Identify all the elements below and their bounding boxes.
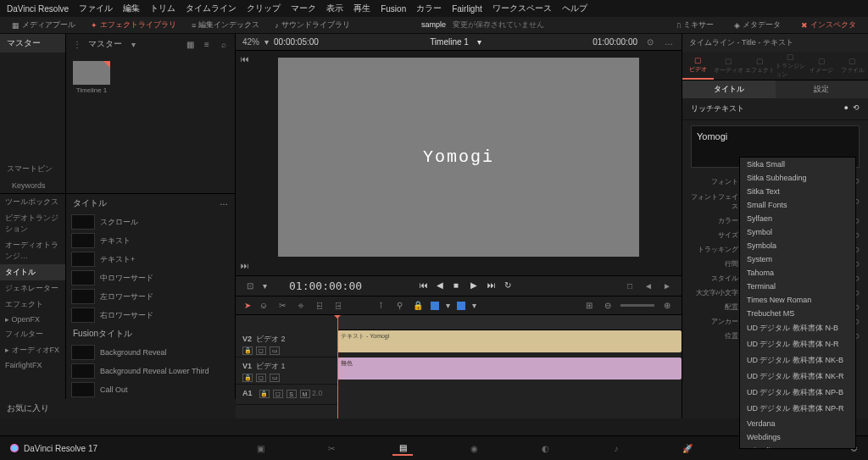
font-option[interactable]: UD デジタル 教科書体 NP-R	[740, 401, 855, 417]
keywords-bin[interactable]: Keywords	[0, 178, 65, 193]
mute-icon[interactable]: ▭	[270, 346, 280, 355]
index-icon[interactable]: ⊞	[583, 300, 595, 312]
menu-カラー[interactable]: カラー	[416, 3, 442, 14]
track-v1[interactable]: V1 ビデオ 1🔒◻▭	[236, 357, 337, 385]
zoom-in-icon[interactable]: ⊕	[661, 300, 673, 312]
auto-select-icon[interactable]: ◻	[256, 374, 266, 382]
prev-frame-icon[interactable]: ◀	[437, 280, 448, 292]
mixer-tab[interactable]: ⎍ ミキサー	[671, 19, 719, 30]
soundlib-tab[interactable]: ♪ サウンドライブラリ	[270, 19, 355, 30]
font-option[interactable]: Terminal	[740, 280, 855, 293]
page-media-icon[interactable]: ▣	[250, 441, 270, 456]
font-option[interactable]: Verdana	[740, 417, 855, 430]
menu-クリップ[interactable]: クリップ	[247, 3, 281, 14]
tree-item[interactable]: ツールボックス	[0, 194, 65, 210]
loop-icon[interactable]: ↻	[504, 280, 516, 292]
font-option[interactable]: UD デジタル 教科書体 NK-B	[740, 352, 855, 369]
grid-view-icon[interactable]: ▦	[184, 38, 196, 50]
tree-item[interactable]: タイトル	[0, 264, 65, 280]
page-fairlight-icon[interactable]: ♪	[606, 441, 626, 456]
zoom-out-icon[interactable]: ⊖	[602, 300, 614, 312]
font-option[interactable]: Symbola	[740, 239, 855, 252]
blade-tool-icon[interactable]: ✂	[276, 300, 288, 312]
font-option[interactable]: UD デジタル 教科書体 NP-B	[740, 385, 855, 401]
tree-item[interactable]: ▸ OpenFX	[0, 313, 65, 326]
inspector-tab[interactable]: ▢ファイル	[837, 52, 869, 80]
zoom-slider[interactable]	[620, 304, 654, 307]
title-item[interactable]: 右ロワーサード	[66, 306, 235, 324]
replace-icon[interactable]: ⍈	[332, 300, 344, 312]
title-item[interactable]: スクロール	[66, 213, 235, 231]
font-option[interactable]: Wingdings	[740, 444, 855, 449]
title-item[interactable]: Call Out	[66, 380, 235, 399]
fxlib-tab[interactable]: ✦ エフェクトライブラリ	[86, 19, 181, 30]
font-option[interactable]: Sitka Text	[740, 185, 855, 198]
home-button[interactable]: DaVinci Resolve 17	[0, 444, 108, 453]
timeline-name[interactable]: Timeline 1	[430, 37, 469, 47]
snap-icon[interactable]: ⊺	[375, 300, 387, 312]
bin-list-icon[interactable]: ⋮	[71, 38, 83, 50]
title-item[interactable]: テキスト	[66, 231, 235, 250]
menu-ヘルプ[interactable]: ヘルプ	[562, 3, 587, 14]
auto-select-icon[interactable]: ◻	[256, 346, 266, 355]
menu-再生[interactable]: 再生	[353, 3, 370, 14]
select-tool-icon[interactable]: ➤	[244, 301, 251, 310]
page-edit-icon[interactable]: ▤	[392, 441, 413, 456]
title-item[interactable]: Background Reveal Lower Third	[66, 362, 235, 380]
transform-icon[interactable]: ⊡	[244, 280, 256, 292]
play-icon[interactable]: ▶	[470, 280, 482, 292]
overwrite-icon[interactable]: ⍇	[314, 300, 326, 312]
font-option[interactable]: Small Fonts	[740, 198, 855, 212]
clip-v2[interactable]: テキスト - Yomogi	[337, 330, 682, 352]
font-option[interactable]: Tahoma	[740, 266, 855, 280]
subtab-settings[interactable]: 設定	[776, 80, 869, 98]
inspector-tab[interactable]: ▢トランジション	[776, 52, 807, 80]
font-option[interactable]: Trebuchet MS	[740, 307, 855, 320]
tree-item[interactable]: ▸ オーディオFX	[0, 342, 65, 358]
menu-トリム[interactable]: トリム	[150, 3, 175, 14]
font-option[interactable]: UD デジタル 教科書体 NK-R	[740, 369, 855, 385]
lock-icon[interactable]: 🔒	[412, 300, 424, 312]
tree-item[interactable]: オーディオトランジ…	[0, 237, 65, 264]
playhead[interactable]	[337, 315, 338, 418]
master-bin[interactable]: マスター	[0, 34, 65, 53]
page-deliver-icon[interactable]: 🚀	[677, 441, 698, 456]
editindex-tab[interactable]: ≡ 編集インデックス	[186, 19, 264, 30]
tree-item[interactable]: エフェクト	[0, 297, 65, 313]
insert-icon[interactable]: ⎆	[295, 300, 307, 312]
page-fusion-icon[interactable]: ◉	[464, 441, 484, 456]
menu-編集[interactable]: 編集	[123, 3, 140, 14]
clip-v1[interactable]: 無色	[337, 357, 682, 380]
track-a1[interactable]: A1🔒◻SM 2.0	[236, 385, 337, 405]
font-option[interactable]: UD デジタル 教科書体 N-B	[740, 320, 855, 336]
tree-item[interactable]: フィルター	[0, 326, 65, 342]
mute-icon[interactable]: ▭	[270, 374, 280, 382]
trim-tool-icon[interactable]: ⎉	[258, 300, 270, 312]
font-option[interactable]: Sitka Subheading	[740, 171, 855, 185]
titles-menu-icon[interactable]: …	[220, 197, 228, 209]
viewer-canvas[interactable]: Yomogi	[278, 58, 639, 257]
page-color-icon[interactable]: ◐	[535, 441, 555, 456]
title-item[interactable]: Background Reveal	[66, 343, 235, 362]
smartbins-header[interactable]: スマートビン	[0, 160, 65, 178]
match-frame-icon[interactable]: □	[624, 280, 636, 292]
favorites-header[interactable]: お気に入り	[0, 399, 236, 418]
flag-icon[interactable]	[431, 302, 439, 310]
inspector-tab[interactable]: ▢エフェクト	[744, 52, 776, 80]
timeline-clip-thumb[interactable]: Timeline 1	[73, 61, 110, 94]
richtext-section[interactable]: リッチテキスト● ⟲	[682, 98, 868, 120]
tree-item[interactable]: ジェネレーター	[0, 280, 65, 297]
track-v2[interactable]: V2 ビデオ 2🔒◻▭	[236, 330, 337, 357]
menu-fairlight[interactable]: Fairlight	[452, 4, 482, 14]
link-icon[interactable]: ⚲	[393, 300, 405, 312]
first-frame-icon[interactable]: ⏮	[420, 280, 431, 292]
font-option[interactable]: UD デジタル 教科書体 N-R	[740, 336, 855, 352]
timecode-display[interactable]: 01:00:00:00	[289, 280, 362, 292]
page-cut-icon[interactable]: ✂	[321, 441, 342, 456]
subtab-title[interactable]: タイトル	[682, 80, 776, 98]
menu-表示[interactable]: 表示	[326, 3, 343, 14]
options-icon[interactable]: …	[663, 36, 675, 48]
title-item[interactable]: テキスト+	[66, 250, 235, 269]
font-option[interactable]: System	[740, 252, 855, 266]
list-view-icon[interactable]: ≡	[201, 38, 213, 50]
